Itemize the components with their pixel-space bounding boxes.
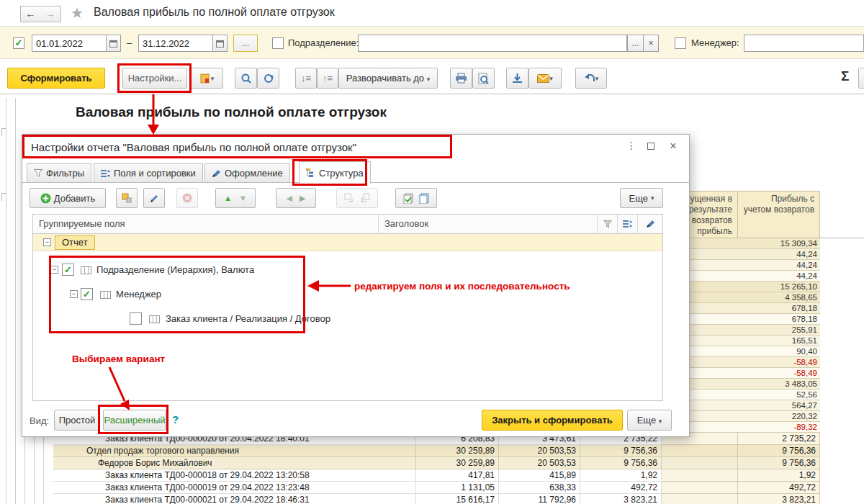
group-icon bbox=[122, 193, 132, 203]
expand-to-dropdown[interactable]: Разворачивать до ▾ bbox=[338, 68, 438, 89]
autosum-icon[interactable]: Σ bbox=[841, 68, 849, 84]
view-advanced-button[interactable]: Расширенный bbox=[103, 410, 166, 431]
tree-row-department[interactable]: − ✓ Подразделение (Иерархия), Валюта bbox=[33, 262, 662, 279]
save-file-button[interactable] bbox=[506, 68, 528, 89]
add-label: Добавить bbox=[54, 193, 95, 204]
department-input[interactable] bbox=[358, 35, 627, 52]
move-up-down-buttons[interactable]: ▲ ▼ bbox=[215, 188, 256, 208]
add-button[interactable]: Добавить bbox=[30, 188, 106, 208]
collapse-icon[interactable]: − bbox=[70, 290, 78, 298]
funnel-icon bbox=[34, 169, 42, 177]
find-next-button[interactable] bbox=[257, 68, 279, 89]
department-select-button[interactable]: ... bbox=[627, 35, 644, 52]
top-bar: ← → ★ Валовая прибыль по полной оплате о… bbox=[0, 0, 864, 27]
column-header-filter[interactable] bbox=[598, 215, 618, 234]
table-row[interactable]: − Федоров Борис Михайлович 30 259,89 20 … bbox=[0, 457, 864, 469]
help-icon[interactable]: ? bbox=[172, 413, 179, 426]
row-checkbox[interactable] bbox=[130, 312, 142, 325]
close-and-generate-button[interactable]: Закрыть и сформировать bbox=[482, 410, 623, 431]
view-simple-button[interactable]: Простой bbox=[54, 410, 100, 431]
move-up-icon[interactable]: ▲ bbox=[224, 194, 232, 202]
gross-profit-cell: 492,72 bbox=[580, 482, 662, 494]
manager-checkbox[interactable] bbox=[675, 37, 686, 49]
pages-copy-icon bbox=[419, 193, 429, 204]
column-header-sort[interactable] bbox=[618, 215, 638, 234]
history-button[interactable]: ▾ bbox=[575, 68, 607, 89]
column-header-grouping-fields[interactable]: Группируемые поля bbox=[33, 215, 379, 234]
dialog-more-button[interactable]: Еще ▾ bbox=[620, 188, 663, 208]
profit-with-returns-cell: 492,72 bbox=[738, 482, 820, 494]
undo-arrow-icon bbox=[584, 73, 595, 83]
close-icon[interactable]: × bbox=[666, 140, 680, 153]
tab-filters[interactable]: Фильтры bbox=[27, 163, 91, 183]
find-button[interactable] bbox=[235, 68, 257, 89]
generate-button[interactable]: Сформировать bbox=[7, 68, 105, 89]
collapse-icon[interactable]: − bbox=[43, 238, 51, 246]
group-bracket[interactable] bbox=[1, 193, 6, 201]
cell-value: -89,32 bbox=[793, 422, 817, 432]
row-name-cell: Федоров Борис Михайлович bbox=[53, 457, 416, 469]
group-button[interactable] bbox=[116, 188, 138, 208]
back-button[interactable]: ← bbox=[20, 6, 41, 22]
manager-input[interactable] bbox=[744, 35, 864, 52]
table-row[interactable]: Заказ клиента ТД00-000018 от 29.04.2022 … bbox=[0, 469, 864, 482]
move-out-group-icon bbox=[360, 193, 370, 203]
report-variants-button[interactable]: ▾ bbox=[190, 68, 223, 89]
report-root-cell[interactable]: Отчет bbox=[55, 235, 95, 250]
collapse-groups-button[interactable]: ↓≡ bbox=[295, 68, 317, 89]
variants-icon bbox=[199, 73, 211, 84]
settings-button[interactable]: Настройки... bbox=[122, 68, 187, 89]
move-left-right-buttons[interactable]: ◀ ▶ bbox=[276, 188, 316, 208]
row-checkbox[interactable]: ✓ bbox=[81, 288, 93, 300]
row-name-cell: Отдел продаж торгового направления bbox=[53, 445, 416, 457]
column-header-appearance[interactable] bbox=[638, 215, 662, 234]
period-checkbox[interactable]: ✓ bbox=[13, 37, 24, 49]
date-from-calendar-button[interactable] bbox=[107, 35, 121, 52]
expand-groups-button[interactable]: ↑≡ bbox=[317, 68, 338, 89]
delete-icon bbox=[182, 193, 192, 203]
tab-label: Оформление bbox=[225, 168, 283, 179]
column-header-title[interactable]: Заголовок bbox=[379, 215, 598, 234]
table-row[interactable]: Заказ клиента ТД00-000019 от 29.04.2022 … bbox=[0, 482, 864, 494]
date-to-input[interactable] bbox=[138, 35, 213, 52]
favorite-star-icon[interactable]: ★ bbox=[71, 4, 84, 22]
check-all-buttons[interactable] bbox=[395, 188, 437, 208]
structure-grid: Группируемые поля Заголовок − Отчет − ✓ … bbox=[32, 214, 663, 401]
footer-more-button[interactable]: Еще ▾ bbox=[627, 410, 672, 431]
date-to-calendar-button[interactable] bbox=[213, 35, 228, 52]
tree-row-report[interactable]: − Отчет bbox=[33, 234, 662, 251]
tree-row-order[interactable]: Заказ клиента / Реализация / Договор bbox=[33, 311, 662, 328]
group-bracket[interactable] bbox=[1, 128, 6, 136]
missed-profit-cell bbox=[662, 494, 738, 504]
send-email-button[interactable]: ▾ bbox=[528, 68, 562, 89]
forward-button[interactable]: → bbox=[40, 6, 61, 22]
move-into-group-buttons[interactable] bbox=[336, 188, 378, 208]
move-left-icon[interactable]: ◀ bbox=[287, 194, 292, 203]
move-down-icon[interactable]: ▼ bbox=[239, 194, 247, 202]
date-from-input[interactable] bbox=[32, 35, 107, 52]
application-window: ← → ★ Валовая прибыль по полной оплате о… bbox=[0, 0, 864, 504]
collapse-icon[interactable]: − bbox=[50, 266, 58, 274]
tab-structure[interactable]: Структура bbox=[299, 161, 371, 184]
calendar-icon bbox=[109, 40, 117, 48]
period-options-button[interactable]: ... bbox=[233, 35, 258, 52]
header-freeze-line bbox=[820, 238, 864, 238]
print-button[interactable] bbox=[450, 68, 472, 89]
column-header-profit-with-returns[interactable]: Прибыль с учетом возвратов bbox=[738, 191, 820, 238]
table-row[interactable]: Заказ клиента ТД00-000021 от 29.04.2022 … bbox=[0, 494, 864, 504]
print-preview-button[interactable] bbox=[472, 68, 495, 89]
department-clear-button[interactable]: × bbox=[643, 35, 659, 52]
dialog-menu-icon[interactable]: ⋮ bbox=[624, 140, 639, 151]
maximize-icon[interactable] bbox=[647, 143, 654, 150]
tab-appearance[interactable]: Оформление bbox=[204, 163, 290, 183]
department-checkbox[interactable] bbox=[272, 37, 284, 49]
edit-button[interactable] bbox=[143, 188, 165, 208]
delete-button[interactable] bbox=[176, 188, 198, 208]
forward-icon: → bbox=[45, 8, 55, 19]
tab-fields-sorting[interactable]: Поля и сортировки bbox=[94, 163, 203, 183]
toolbar-overflow-button[interactable] bbox=[858, 68, 864, 89]
cell-value: 44,24 bbox=[796, 260, 817, 270]
table-row[interactable]: − Отдел продаж торгового направления 30 … bbox=[0, 445, 864, 457]
row-checkbox[interactable]: ✓ bbox=[62, 264, 74, 276]
move-right-icon[interactable]: ▶ bbox=[300, 194, 305, 203]
